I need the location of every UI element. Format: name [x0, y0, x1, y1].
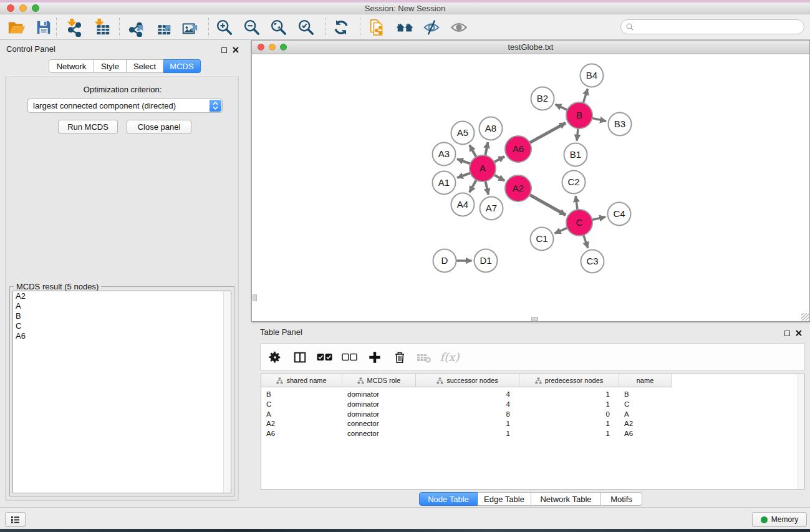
home-networks-icon[interactable]: [395, 17, 415, 37]
tab-mcds[interactable]: MCDS: [163, 59, 201, 73]
node-B[interactable]: B: [566, 102, 592, 128]
edge-B-B1[interactable]: [577, 128, 578, 141]
export-network-icon[interactable]: [125, 17, 145, 37]
v-scroll-thumb[interactable]: [253, 294, 257, 301]
select-all-icon[interactable]: [317, 349, 333, 365]
table-scrollbar[interactable]: [798, 374, 804, 489]
cell[interactable]: B: [619, 389, 672, 399]
column-header[interactable]: predecessor nodes: [519, 374, 619, 387]
zoom-out-icon[interactable]: [242, 17, 262, 37]
tab-network-table[interactable]: Network Table: [531, 492, 601, 506]
tab-network[interactable]: Network: [49, 59, 94, 73]
criterion-dropdown[interactable]: largest connected component (directed): [27, 99, 223, 113]
import-network-icon[interactable]: [64, 17, 84, 37]
cell[interactable]: A: [619, 409, 672, 419]
tab-node-table[interactable]: Node Table: [419, 492, 478, 506]
cell[interactable]: C: [619, 399, 672, 409]
close-panel-button[interactable]: Close panel: [127, 120, 191, 134]
edge-A-A6[interactable]: [494, 157, 504, 162]
resize-grip-icon[interactable]: [801, 313, 809, 321]
node-C3[interactable]: C3: [581, 250, 604, 273]
tab-select[interactable]: Select: [127, 59, 163, 73]
delete-column-icon[interactable]: [392, 349, 408, 365]
edge-A-A3[interactable]: [457, 159, 470, 164]
cell[interactable]: connector: [342, 418, 416, 428]
table-row[interactable]: Cdominator41C: [261, 399, 672, 409]
columns-icon[interactable]: [292, 349, 308, 365]
run-mcds-button[interactable]: Run MCDS: [58, 120, 118, 134]
node-D1[interactable]: D1: [475, 249, 498, 273]
edge-A-A7[interactable]: [486, 181, 489, 195]
result-item[interactable]: C: [13, 321, 231, 331]
result-item[interactable]: B: [13, 311, 231, 321]
float-panel-icon[interactable]: [221, 47, 227, 53]
node-C4[interactable]: C4: [608, 203, 631, 226]
node-B1[interactable]: B1: [564, 143, 587, 167]
node-A6[interactable]: A6: [505, 136, 531, 162]
node-A[interactable]: A: [470, 155, 496, 181]
show-panels-button[interactable]: [5, 512, 26, 527]
result-item[interactable]: A6: [13, 331, 231, 341]
cell[interactable]: 4: [416, 399, 519, 409]
show-panel-icon[interactable]: [449, 17, 469, 37]
search-box[interactable]: [620, 19, 804, 34]
result-scrollbar[interactable]: [223, 291, 231, 493]
node-B2[interactable]: B2: [531, 87, 554, 110]
edge-A-A2[interactable]: [494, 175, 504, 181]
cell[interactable]: dominator: [342, 409, 416, 419]
column-header[interactable]: MCDS role: [342, 374, 416, 387]
edge-B-B4[interactable]: [583, 89, 587, 104]
memory-button[interactable]: Memory: [752, 512, 807, 527]
column-header[interactable]: name: [619, 374, 672, 387]
edge-A-A5[interactable]: [470, 145, 476, 157]
node-A4[interactable]: A4: [451, 193, 475, 216]
export-table-icon[interactable]: [153, 17, 173, 37]
edge-C-C3[interactable]: [584, 235, 588, 248]
table-row[interactable]: A6connector11A6: [261, 428, 672, 438]
node-table[interactable]: shared nameMCDS rolesuccessor nodesprede…: [261, 374, 805, 490]
open-file-icon[interactable]: [6, 17, 26, 37]
node-A8[interactable]: A8: [480, 117, 503, 140]
hide-panel-icon[interactable]: [422, 17, 441, 37]
tab-edge-table[interactable]: Edge Table: [478, 492, 531, 506]
gear-icon[interactable]: [267, 349, 283, 365]
cell[interactable]: 1: [416, 428, 519, 438]
node-C1[interactable]: C1: [531, 228, 554, 251]
zoom-in-icon[interactable]: [215, 17, 234, 37]
result-item[interactable]: A: [13, 301, 231, 311]
search-input[interactable]: [635, 21, 804, 32]
table-row[interactable]: A2connector11A2: [261, 418, 672, 428]
tab-style[interactable]: Style: [94, 59, 127, 73]
result-item[interactable]: A2: [13, 291, 231, 301]
cell[interactable]: C: [261, 399, 342, 409]
edge-A-A4[interactable]: [470, 180, 476, 192]
export-image-icon[interactable]: [180, 17, 200, 37]
add-column-icon[interactable]: [367, 349, 383, 365]
table-row[interactable]: Adominator80A: [261, 409, 672, 419]
network-graph-canvas[interactable]: B4B2BB3B1A5A8A6A3AA1C2A2A4A7CC4C1C3DD1: [253, 55, 809, 321]
table-row[interactable]: Bdominator41B: [261, 389, 672, 399]
float-table-panel-icon[interactable]: [784, 331, 790, 336]
cell[interactable]: A: [261, 409, 342, 419]
cell[interactable]: A6: [619, 428, 672, 438]
node-D[interactable]: D: [433, 249, 456, 273]
zoom-fit-icon[interactable]: [269, 17, 289, 37]
unselect-all-icon[interactable]: [342, 349, 358, 365]
node-C2[interactable]: C2: [562, 171, 586, 194]
cell[interactable]: 0: [519, 409, 619, 419]
node-C[interactable]: C: [566, 210, 592, 236]
column-header[interactable]: shared name: [261, 374, 342, 387]
refresh-layout-icon[interactable]: [331, 17, 351, 37]
column-header[interactable]: successor nodes: [416, 374, 519, 387]
cell[interactable]: A2: [619, 418, 672, 428]
cell[interactable]: 8: [416, 409, 519, 419]
cell[interactable]: dominator: [342, 389, 416, 399]
node-A3[interactable]: A3: [433, 143, 456, 166]
close-table-panel-icon[interactable]: [796, 327, 802, 339]
network-window-titlebar[interactable]: testGlobe.txt: [252, 41, 809, 54]
edge-B-B2[interactable]: [556, 104, 567, 110]
cell[interactable]: A6: [261, 428, 342, 438]
cell[interactable]: 1: [519, 399, 619, 409]
cell[interactable]: 4: [416, 389, 519, 399]
close-panel-icon[interactable]: [233, 44, 239, 56]
